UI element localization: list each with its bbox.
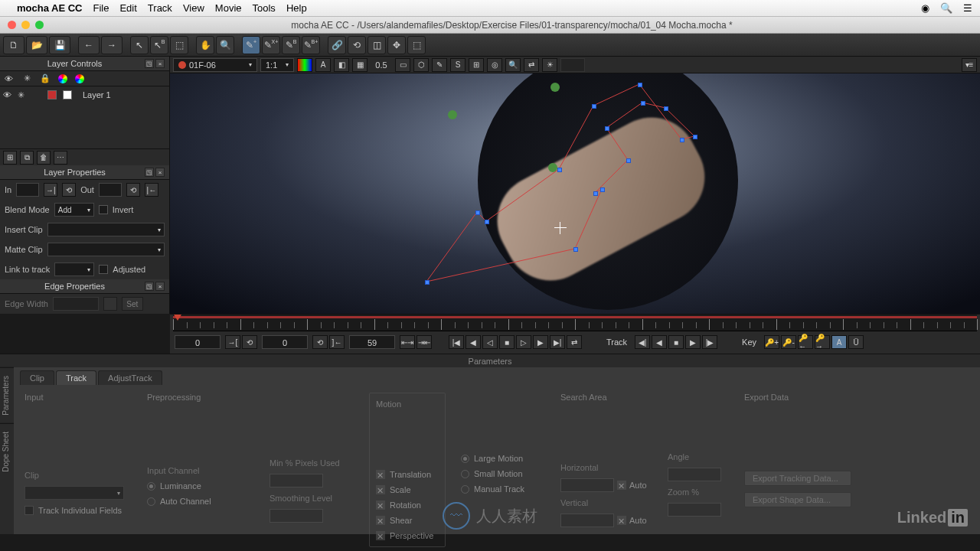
undo-button[interactable]: ← <box>78 36 100 54</box>
side-tab-dopesheet[interactable]: Dope Sheet <box>0 423 14 480</box>
panel-undock-icon[interactable]: ◳ <box>145 168 154 177</box>
layer-name[interactable]: Layer 1 <box>83 90 111 99</box>
edge-width-lock-button[interactable] <box>103 297 117 311</box>
luminance-radio[interactable] <box>147 482 155 491</box>
scale-tool[interactable]: ◫ <box>368 36 386 54</box>
insert-clip-select[interactable] <box>47 223 165 236</box>
marquee-tool[interactable]: ⬚ <box>407 36 426 54</box>
new-project-button[interactable]: 🗋 <box>3 36 24 54</box>
angle-field[interactable] <box>668 468 721 481</box>
current-frame-display[interactable]: 59 <box>349 335 395 349</box>
show-layer-button[interactable]: ◧ <box>334 58 349 72</box>
show-tangents-button[interactable]: ✎ <box>432 58 447 72</box>
horizontal-field[interactable] <box>560 478 614 492</box>
adjusted-checkbox[interactable] <box>99 265 108 274</box>
tab-track[interactable]: Track <box>56 370 96 385</box>
cc-icon[interactable]: ◉ <box>921 2 929 14</box>
menu-track[interactable]: Track <box>148 2 172 14</box>
play-forward-button[interactable]: ▷ <box>516 335 531 349</box>
rotate-tool[interactable]: ⟲ <box>348 36 366 54</box>
side-tab-parameters[interactable]: Parameters <box>0 367 14 423</box>
invert-checkbox[interactable] <box>99 205 108 214</box>
process-icon[interactable]: ✳ <box>21 73 32 84</box>
tab-clip[interactable]: Clip <box>20 370 54 385</box>
in-reset-button[interactable]: ⟲ <box>62 183 76 197</box>
delete-layer-button[interactable]: 🗑 <box>37 151 51 165</box>
panel-undock-icon[interactable]: ◳ <box>145 59 154 68</box>
viewer-menu-button[interactable]: ▾≡ <box>962 58 977 72</box>
large-motion-radio[interactable] <box>461 455 469 463</box>
zoom-pct-field[interactable] <box>668 503 721 517</box>
tab-adjusttrack[interactable]: AdjustTrack <box>98 370 162 385</box>
matte-color-icon[interactable] <box>75 74 84 83</box>
zoom-in-timeline-button[interactable]: ⇤⇥ <box>400 335 415 349</box>
zoom-tool[interactable]: 🔍 <box>216 36 234 54</box>
bezier-tool[interactable]: ✎B <box>282 36 300 54</box>
timeline-ruler[interactable] <box>173 315 977 331</box>
set-out-button[interactable]: ]← <box>329 335 345 349</box>
range-start-display[interactable]: 0 <box>262 335 308 349</box>
app-name[interactable]: mocha AE CC <box>17 2 82 14</box>
out-set-button[interactable]: |← <box>145 183 158 197</box>
track-individual-checkbox[interactable] <box>24 506 34 515</box>
move-tool[interactable]: ✥ <box>387 36 406 54</box>
layer-visibility-icon[interactable]: 👁 <box>3 90 11 99</box>
blend-mode-select[interactable]: Add <box>54 203 94 217</box>
hand-tool[interactable]: ✋ <box>196 36 214 54</box>
show-trace-button[interactable]: ◎ <box>487 58 502 72</box>
loop-button[interactable]: ⇄ <box>567 335 582 349</box>
menu-help[interactable]: Help <box>286 2 307 14</box>
select-all-tool[interactable]: ⬚ <box>170 36 188 54</box>
menu-view[interactable]: View <box>183 2 204 14</box>
show-spline-button[interactable]: ⬡ <box>413 58 429 72</box>
link-track-select[interactable] <box>54 262 94 276</box>
track-forward-end-button[interactable]: |▶ <box>702 335 717 349</box>
playhead-icon[interactable] <box>174 315 181 321</box>
brightness-button[interactable]: ☀ <box>542 58 557 72</box>
zoom-window-button[interactable]: 🔍 <box>505 58 521 72</box>
track-back-button[interactable]: ◀ <box>652 335 667 349</box>
visibility-icon[interactable]: 👁 <box>3 73 14 84</box>
lock-icon[interactable]: 🔒 <box>40 73 51 84</box>
link-tool[interactable]: 🔗 <box>328 36 346 54</box>
vertical-auto-checkbox[interactable]: ✕ <box>617 516 626 525</box>
next-key-button[interactable]: 🔑→ <box>815 335 830 349</box>
small-motion-radio[interactable] <box>461 470 469 478</box>
select-behind-tool[interactable]: ↖B <box>150 36 168 54</box>
track-back-end-button[interactable]: ◀| <box>635 335 650 349</box>
overlay-button[interactable]: ▭ <box>395 58 410 72</box>
layer-spline-swatch[interactable] <box>47 90 57 99</box>
menu-edit[interactable]: Edit <box>119 2 136 14</box>
stop-button[interactable]: ■ <box>499 335 514 349</box>
translation-checkbox[interactable]: ✕ <box>376 470 385 479</box>
add-xspline-tool[interactable]: ✎X+ <box>262 36 280 54</box>
min-pixels-field[interactable] <box>270 474 323 487</box>
perspective-checkbox[interactable]: ✕ <box>376 531 385 540</box>
spline-color-icon[interactable] <box>58 74 67 83</box>
input-clip-select[interactable] <box>24 486 124 500</box>
pointer-tool[interactable]: ↖ <box>130 36 149 54</box>
maximize-icon[interactable] <box>35 21 44 29</box>
duplicate-layer-button[interactable]: ⧉ <box>20 151 34 165</box>
menu-list-icon[interactable]: ☰ <box>963 2 972 14</box>
uberkey-button[interactable]: Ü <box>848 335 864 349</box>
edge-width-set-button[interactable]: Set <box>122 297 143 311</box>
out-field[interactable] <box>99 183 122 197</box>
layer-actions-button[interactable]: ⋯ <box>54 151 67 165</box>
rgb-toggle-button[interactable] <box>297 58 312 72</box>
track-forward-button[interactable]: ▶ <box>685 335 701 349</box>
scale-checkbox[interactable]: ✕ <box>376 485 385 494</box>
spotlight-icon[interactable]: 🔍 <box>940 2 952 14</box>
stabilize-button[interactable]: ⇄ <box>524 58 539 72</box>
prev-key-button[interactable]: 🔑← <box>798 335 813 349</box>
show-grid-button[interactable]: ⊞ <box>469 58 484 72</box>
close-icon[interactable] <box>8 21 16 29</box>
reset-in-button[interactable]: ⟲ <box>242 335 257 349</box>
matte-clip-select[interactable] <box>47 243 165 256</box>
export-tracking-button[interactable]: Export Tracking Data... <box>744 471 851 486</box>
menu-tools[interactable]: Tools <box>253 2 276 14</box>
export-shape-button[interactable]: Export Shape Data... <box>744 492 851 507</box>
reset-out-button[interactable]: ⟲ <box>312 335 328 349</box>
opacity-value[interactable]: 0.5 <box>371 60 392 70</box>
delete-key-button[interactable]: 🔑- <box>781 335 796 349</box>
